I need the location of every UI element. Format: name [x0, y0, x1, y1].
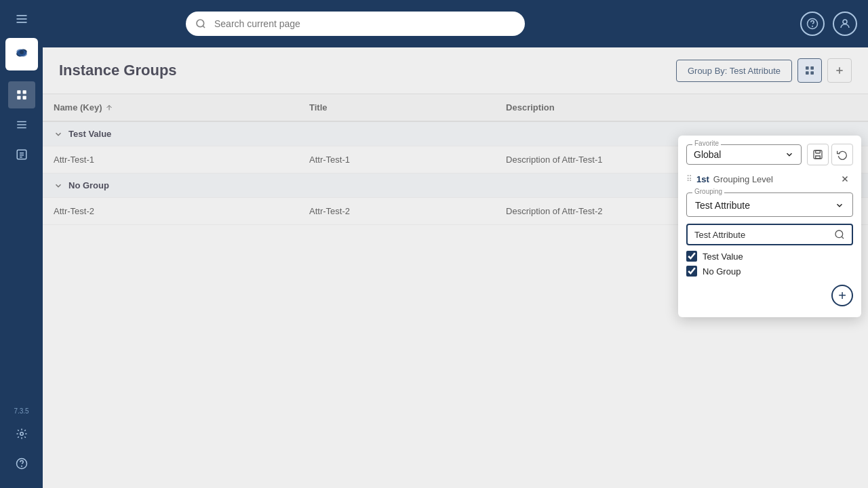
svg-rect-26	[810, 66, 814, 70]
sidebar-item-tasks[interactable]	[8, 141, 35, 168]
user-profile-button[interactable]	[833, 12, 857, 36]
svg-rect-6	[17, 90, 20, 94]
favorite-select-wrap[interactable]: Favorite Global	[686, 144, 802, 165]
version-label: 7.3.5	[14, 407, 28, 415]
grouping-level-container: ⠿ 1st Grouping Level Grouping	[686, 171, 853, 306]
svg-point-36	[835, 230, 843, 238]
add-button[interactable]	[827, 58, 852, 83]
svg-rect-9	[22, 96, 26, 100]
sidebar: 7.3.5	[0, 0, 43, 488]
page-title-bar: Instance Groups Group By: Test Attribute	[43, 47, 868, 94]
top-header	[43, 0, 868, 47]
expand-icon-test-value	[54, 129, 63, 139]
favorite-dropdown[interactable]: Global	[694, 149, 794, 160]
grouping-dropdown-wrap[interactable]: Grouping Test Attribute	[686, 192, 853, 217]
col-header-description[interactable]: Description	[495, 94, 868, 121]
checkbox-label-test-value: Test Value	[703, 251, 743, 262]
svg-point-19	[21, 466, 22, 466]
grouping-section: ⠿ 1st Grouping Level Grouping	[678, 171, 861, 306]
grouping-search-input[interactable]	[694, 230, 829, 240]
save-grouping-button[interactable]	[807, 144, 829, 165]
reset-grouping-button[interactable]	[831, 144, 853, 165]
svg-point-23	[812, 26, 813, 26]
grouping-level-header: ⠿ 1st Grouping Level	[686, 171, 853, 187]
sidebar-bottom: 7.3.5	[8, 407, 35, 483]
cell-title: Attr-Test-1	[298, 146, 495, 174]
group-by-button[interactable]: Group By: Test Attribute	[676, 60, 792, 82]
help-button-sidebar[interactable]	[8, 450, 35, 477]
grouping-field-value: Test Attribute	[695, 200, 750, 211]
svg-point-24	[843, 20, 847, 24]
svg-line-21	[203, 26, 205, 28]
group-name-no-group: No Group	[68, 180, 109, 190]
header-right	[800, 12, 857, 36]
svg-rect-27	[806, 71, 809, 75]
app-logo	[5, 38, 38, 70]
settings-button[interactable]	[8, 420, 35, 447]
favorite-value: Global	[694, 149, 721, 160]
search-icon	[195, 18, 206, 29]
level-number: 1st	[696, 174, 709, 184]
svg-rect-8	[17, 96, 20, 100]
sidebar-item-grid[interactable]	[8, 81, 35, 108]
cell-name: Attr-Test-2	[43, 198, 298, 225]
popup-action-btns	[807, 144, 853, 165]
svg-rect-28	[810, 71, 814, 75]
remove-level-button[interactable]	[837, 171, 853, 187]
cell-name: Attr-Test-1	[43, 146, 298, 174]
table-header-row: Name (Key) Title Description	[43, 94, 868, 121]
svg-point-5	[20, 50, 24, 54]
checkbox-item-no-group: No Group	[686, 266, 853, 277]
svg-rect-33	[816, 150, 821, 153]
search-bar	[186, 12, 525, 36]
grid-view-button[interactable]	[797, 58, 822, 83]
checkbox-no-group[interactable]	[686, 266, 697, 277]
grouping-level-label: Grouping Level	[713, 174, 833, 184]
col-header-title[interactable]: Title	[298, 94, 495, 121]
sidebar-nav	[8, 81, 35, 407]
checkbox-item-test-value: Test Value	[686, 251, 853, 262]
main-container: Instance Groups Group By: Test Attribute	[43, 0, 868, 488]
svg-rect-25	[806, 66, 809, 70]
svg-rect-32	[814, 150, 822, 159]
svg-line-37	[842, 237, 844, 239]
checkbox-label-no-group: No Group	[703, 266, 741, 277]
cell-title: Attr-Test-2	[298, 198, 495, 225]
svg-rect-7	[22, 90, 26, 94]
popup-top: Favorite Global	[678, 136, 861, 171]
page-actions: Group By: Test Attribute	[676, 58, 852, 83]
svg-point-17	[20, 432, 23, 436]
grouping-popup: Favorite Global	[678, 136, 861, 317]
menu-button[interactable]	[8, 5, 35, 33]
page-title: Instance Groups	[59, 62, 177, 79]
help-button[interactable]	[800, 12, 825, 36]
favorite-label: Favorite	[692, 140, 721, 147]
checkbox-list: Test Value No Group	[686, 251, 853, 277]
expand-icon-no-group	[54, 181, 63, 190]
search-input[interactable]	[186, 12, 525, 36]
group-name-test-value: Test Value	[68, 129, 111, 139]
page-content: Instance Groups Group By: Test Attribute	[43, 47, 868, 488]
sidebar-item-list[interactable]	[8, 111, 35, 138]
grouping-field-dropdown[interactable]: Test Attribute	[695, 200, 844, 211]
drag-handle-icon[interactable]: ⠿	[686, 174, 692, 184]
checkbox-test-value[interactable]	[686, 251, 697, 262]
grouping-search-wrap	[686, 224, 853, 245]
add-grouping-level-button[interactable]: +	[831, 285, 853, 306]
grouping-field-label: Grouping	[692, 188, 724, 195]
svg-point-20	[197, 20, 204, 27]
col-header-name[interactable]: Name (Key)	[43, 94, 298, 121]
